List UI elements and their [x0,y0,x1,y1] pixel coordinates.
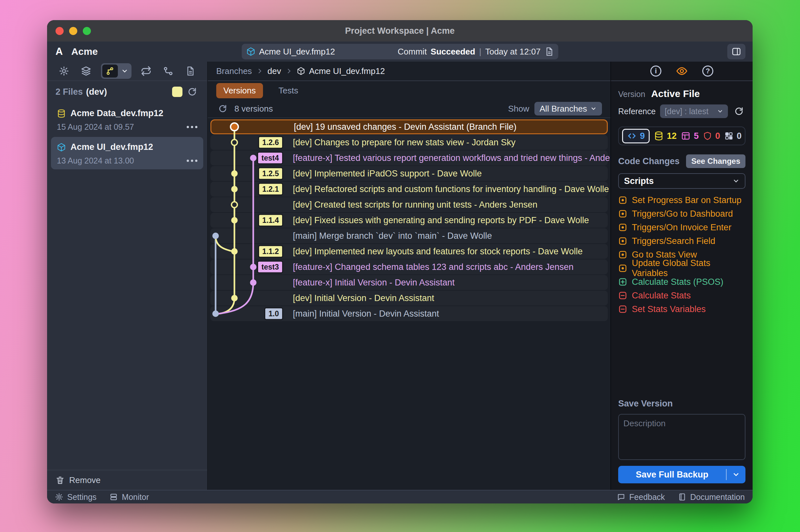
commit-path-icon[interactable] [161,64,175,78]
trash-icon [56,476,65,484]
version-row[interactable]: test3 [feature-x] Changed schema tables … [211,260,608,274]
version-text: [dev] Refactored scripts and custom func… [293,184,609,194]
breadcrumb-branch[interactable]: dev [268,66,281,76]
chevron-right-icon [256,68,263,74]
version-value: Active File [651,88,700,99]
code-change-item[interactable]: Update Global Stats Variables [618,262,745,275]
code-change-label: Update Global Stats Variables [632,258,745,278]
shield-icon [703,131,712,140]
close-window-button[interactable] [56,27,63,35]
code-change-item[interactable]: Set Progress Bar on Startup [618,193,745,207]
code-change-item[interactable]: Triggers/Search Field [618,234,745,248]
gear-icon[interactable] [57,64,71,78]
file-item-ui[interactable]: Acme UI_dev.fmp12 13 Aug 2024 at 13.00 [51,137,203,169]
version-row[interactable]: 1.2.5 [dev] Implemented iPadOS support -… [211,166,608,181]
monitor-button[interactable]: Monitor [109,492,149,502]
info-icon[interactable]: i [650,65,661,77]
settings-label: Settings [67,492,96,502]
modified-icon [618,264,627,273]
commit-label: Commit [398,47,427,57]
reference-value: [dev] : latest [665,107,708,116]
server-icon [109,493,118,501]
modified-icon [618,209,627,218]
desktop-background: Project Workspace | Acme A Acme Acme UI_… [0,0,800,532]
modified-icon [618,196,627,205]
file-menu-icon[interactable] [187,126,197,128]
version-text: [feature-x] Changed schema tables 123 an… [293,262,574,272]
removed-icon [618,291,627,300]
branch-view-selector[interactable] [101,63,131,79]
layers-icon[interactable] [79,64,93,78]
added-icon [618,277,627,286]
cube-icon [297,67,305,75]
version-text: [feature-x] Tested various report genera… [293,153,611,163]
code-change-label: Calculate Stats [632,291,691,301]
gear-icon [55,493,63,501]
file-menu-icon[interactable] [187,159,197,162]
chevron-down-icon[interactable] [727,471,745,478]
reference-dropdown[interactable]: [dev] : latest [660,104,728,118]
minimize-window-button[interactable] [69,27,77,35]
help-icon[interactable]: ? [702,65,713,77]
code-changes-title: Code Changes [618,156,679,166]
stat-scripts[interactable]: 9 [622,129,650,144]
code-change-item[interactable]: Triggers/On Invoice Enter [618,221,745,234]
monitor-label: Monitor [122,492,149,502]
save-full-backup-button[interactable]: Save Full Backup [618,466,745,483]
refresh-files-icon[interactable] [186,85,199,98]
document-icon[interactable] [183,64,197,78]
version-row[interactable]: 1.1.4 [dev] Fixed issues with generating… [211,213,608,228]
code-change-item[interactable]: Triggers/Go to Dashboard [618,207,745,221]
settings-button[interactable]: Settings [55,492,96,502]
version-row[interactable]: test4 [feature-x] Tested various report … [211,151,608,166]
modules-grid-icon [724,131,733,140]
documentation-button[interactable]: Documentation [678,492,745,502]
see-changes-button[interactable]: See Changes [686,154,745,168]
branch-filter-dropdown[interactable]: All Branches [534,102,602,115]
file-item-data[interactable]: Acme Data_dev.fmp12 15 Aug 2024 at 09.57 [51,103,203,136]
feedback-button[interactable]: Feedback [617,492,665,502]
version-row[interactable]: [dev] Created test scripts for running u… [211,197,608,212]
refresh-versions-icon[interactable] [216,102,229,115]
version-row[interactable]: [dev] Initial Version - Devin Assistant [211,291,608,306]
commit-status: Commit Succeeded | Today at 12:07 [398,47,553,57]
window-title: Project Workspace | Acme [345,26,455,36]
chevron-right-icon [286,68,292,74]
version-row[interactable]: 1.2.1 [dev] Refactored scripts and custo… [211,182,608,196]
tab-tests[interactable]: Tests [271,83,306,98]
remove-file-button[interactable]: Remove [47,470,207,490]
stat-tables[interactable]: 12 [654,131,677,141]
stat-security[interactable]: 0 [703,131,720,141]
version-row[interactable]: 1.2.6 [dev] Changes to prepare for new s… [211,135,608,150]
stat-layouts[interactable]: 5 [681,131,699,141]
branch-color-swatch[interactable] [172,87,182,97]
tab-versions[interactable]: Versions [216,83,263,98]
version-tag: 1.2.6 [258,136,283,149]
stat-modules[interactable]: 0 [724,131,742,141]
modified-icon [618,236,627,246]
code-change-label: Triggers/Go to Dashboard [632,209,733,219]
version-row[interactable]: [dev] 19 unsaved changes - Devin Assista… [211,119,608,134]
version-text: [dev] Fixed issues with generating and s… [293,215,589,225]
database-icon [57,109,66,118]
commit-log-icon[interactable] [544,47,553,56]
versions-count-bar: 8 versions Show All Branches [208,100,611,118]
change-category-dropdown[interactable]: Scripts [618,173,745,189]
tabs: Versions Tests [208,81,611,100]
version-tag: 1.1.2 [258,245,283,258]
version-row[interactable]: [main] Merge branch `dev` into `main` - … [211,228,608,243]
breadcrumb-branches[interactable]: Branches [216,66,252,76]
refresh-reference-icon[interactable] [732,105,745,118]
toggle-right-panel-button[interactable] [727,44,745,59]
code-change-item[interactable]: Set Stats Variables [618,302,745,316]
sidebar: 2 Files (dev) Acme Data_dev.fmp12 [47,62,208,490]
version-row[interactable]: [feature-x] Initial Version - Devin Assi… [211,275,608,290]
sync-icon[interactable] [139,64,153,78]
version-row[interactable]: 1.1.2 [dev] Implemented new layouts and … [211,244,608,259]
eye-icon[interactable] [676,65,688,77]
code-change-item[interactable]: Calculate Stats [618,289,745,302]
zoom-window-button[interactable] [83,27,91,35]
active-file-pill[interactable]: Acme UI_dev.fmp12 Commit Succeeded | Tod… [241,44,558,59]
description-input[interactable] [618,414,745,460]
version-row[interactable]: 1.0 [main] Initial Version - Devin Assis… [211,306,608,321]
